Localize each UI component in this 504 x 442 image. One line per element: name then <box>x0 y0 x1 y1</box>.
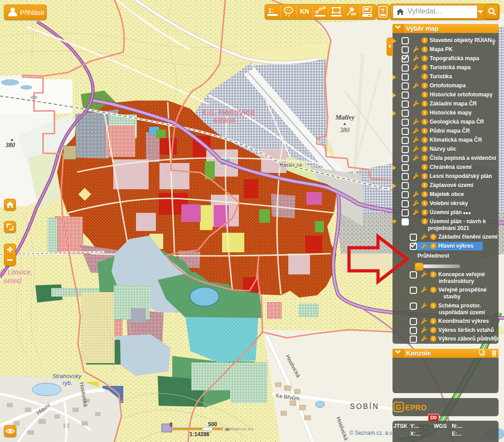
svg-text:▲: ▲ <box>343 121 347 126</box>
svg-text:380: 380 <box>5 142 15 149</box>
svg-text:KN: KN <box>300 8 309 15</box>
svg-text:500: 500 <box>208 421 217 428</box>
svg-text:1:: 1: <box>268 7 274 14</box>
svg-text:m: m <box>225 427 229 432</box>
svg-text:ů. Litovice,: ů. Litovice, <box>0 268 33 276</box>
svg-text:▲: ▲ <box>10 137 14 142</box>
svg-text:ryb.: ryb. <box>63 380 73 386</box>
svg-text:0: 0 <box>170 422 173 428</box>
svg-text:EPRO: EPRO <box>405 404 426 412</box>
svg-text:G: G <box>396 404 401 411</box>
svg-text:© Seznam.cz, a.s.: © Seznam.cz, a.s. <box>349 430 394 436</box>
svg-text:SOBÍN: SOBÍN <box>350 402 379 410</box>
svg-text:645842: 645842 <box>4 278 22 284</box>
svg-text:645834: 645834 <box>214 117 235 124</box>
svg-text:Malivy: Malivy <box>335 114 355 121</box>
svg-text:k.ú. Hostivice: k.ú. Hostivice <box>202 108 255 117</box>
svg-text:?: ? <box>381 7 385 14</box>
svg-text:380: 380 <box>339 127 349 134</box>
svg-text:1:14286´: 1:14286´ <box>189 431 211 437</box>
svg-text:Hostiv ce: Hostiv ce <box>280 163 302 168</box>
svg-text:Přihlásit: Přihlásit <box>20 9 44 16</box>
svg-text:Strahovsky: Strahovsky <box>52 373 82 380</box>
